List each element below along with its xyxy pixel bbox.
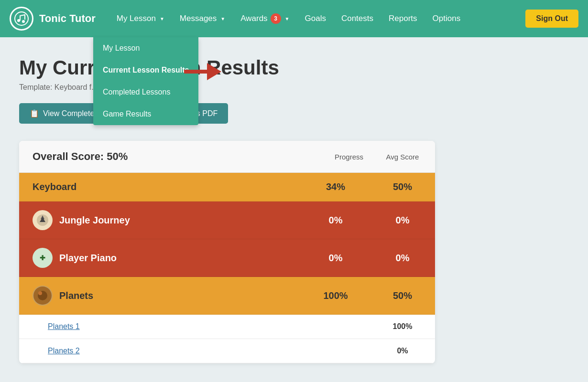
sign-out-button[interactable]: Sign Out (525, 10, 578, 28)
results-card: Overall Score: 50% Progress Avg Score Ke… (19, 141, 435, 363)
svg-point-10 (38, 291, 42, 295)
nav-goals[interactable]: Goals (298, 10, 333, 27)
nav-reports[interactable]: Reports (382, 10, 424, 27)
awards-badge: 3 (271, 13, 281, 24)
nav-my-lesson[interactable]: My Lesson ▼ (110, 10, 171, 27)
arrow-indicator (184, 63, 221, 80)
brand: Tonic Tutor (10, 7, 96, 31)
nav-items: My Lesson ▼ Messages ▼ Awards 3 ▼ Goals … (110, 10, 526, 28)
player-piano-icon: ✚ (33, 248, 53, 268)
chevron-down-icon: ▼ (160, 16, 164, 21)
main-content: My Current Lesson Results Template: Keyb… (0, 37, 588, 382)
category-name: ✚ Player Piano (33, 248, 316, 268)
dropdown-item-completed-lessons[interactable]: Completed Lessons (93, 81, 198, 103)
jungle-journey-icon (33, 210, 53, 230)
svg-point-2 (22, 20, 25, 23)
category-values: 34% 50% (316, 181, 422, 192)
chevron-down-icon: ▼ (285, 16, 290, 21)
category-values: 0% 0% (316, 253, 422, 264)
brand-title: Tonic Tutor (39, 12, 96, 25)
planets-icon (33, 286, 53, 306)
category-row-keyboard: Keyboard 34% 50% (19, 173, 435, 202)
category-name: Keyboard (33, 181, 316, 192)
nav-messages[interactable]: Messages ▼ (173, 10, 232, 27)
category-name: Planets (33, 286, 316, 306)
category-values: 100% 50% (316, 290, 422, 301)
svg-text:✚: ✚ (40, 254, 45, 262)
navbar: Tonic Tutor My Lesson ▼ Messages ▼ Award… (0, 0, 588, 37)
sub-row-planets-1: Planets 1 100% (19, 315, 435, 339)
nav-contests[interactable]: Contests (335, 10, 380, 27)
chevron-down-icon: ▼ (220, 16, 225, 21)
list-icon: 📋 (30, 109, 39, 118)
category-values: 0% 0% (316, 215, 422, 226)
overall-score: Overall Score: 50% Progress Avg Score (19, 141, 435, 173)
category-row-player-piano: ✚ Player Piano 0% 0% (19, 239, 435, 277)
dropdown-item-game-results[interactable]: Game Results (93, 103, 198, 125)
dropdown-item-current-lesson-results[interactable]: Current Lesson Results (93, 59, 198, 81)
col-header-avg-score: Avg Score (383, 153, 422, 161)
brand-icon (10, 7, 33, 31)
category-row-jungle-journey: Jungle Journey 0% 0% (19, 202, 435, 239)
my-lesson-dropdown: My Lesson Current Lesson Results Complet… (93, 37, 198, 125)
nav-options[interactable]: Options (426, 10, 468, 27)
category-name: Jungle Journey (33, 210, 316, 230)
dropdown-item-my-lesson[interactable]: My Lesson (93, 37, 198, 59)
sub-row-planets-2: Planets 2 0% (19, 339, 435, 363)
svg-point-0 (15, 12, 28, 25)
category-row-planets: Planets 100% 50% (19, 277, 435, 315)
col-header-progress: Progress (330, 153, 368, 161)
nav-awards[interactable]: Awards 3 ▼ (234, 10, 296, 28)
